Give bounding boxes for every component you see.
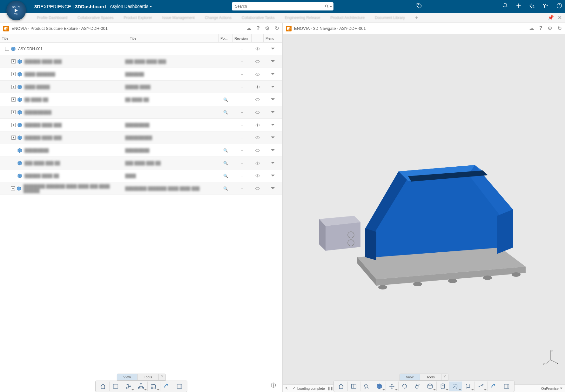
row-menu[interactable] (264, 131, 282, 144)
home-button[interactable] (97, 382, 110, 391)
row-menu[interactable] (264, 68, 282, 80)
visibility-toggle[interactable] (252, 106, 264, 118)
row-menu[interactable] (264, 106, 282, 118)
3d-viewer[interactable]: z x y (283, 34, 565, 384)
row-menu[interactable] (264, 144, 282, 156)
info-icon[interactable]: ⓘ (271, 382, 276, 389)
tab-tools[interactable]: Tools (138, 374, 159, 380)
visibility-toggle[interactable] (252, 169, 264, 182)
expander[interactable]: - (5, 47, 9, 51)
tab-view[interactable]: View (400, 374, 420, 380)
expander[interactable]: + (11, 110, 16, 114)
row-menu[interactable] (264, 81, 282, 93)
search-icon[interactable] (325, 3, 332, 10)
expander[interactable]: + (11, 97, 16, 102)
expand-icon[interactable]: ⋎ (159, 374, 165, 380)
visibility-toggle[interactable] (252, 182, 264, 195)
window-button[interactable] (500, 382, 513, 391)
visibility-toggle[interactable] (252, 81, 264, 93)
expander[interactable]: + (11, 59, 16, 63)
tree-row[interactable]: ███ ████ ███ █████ ████ ███ ██🔍- (0, 157, 282, 169)
tree-row[interactable]: +████████ ███████ ████ ████ ███ ████ ███… (0, 182, 282, 195)
col-title2[interactable]: ⎿Title (123, 34, 219, 42)
visibility-toggle[interactable] (252, 55, 264, 68)
search-3d-button[interactable] (360, 382, 373, 391)
visibility-toggle[interactable] (252, 157, 264, 169)
tab-add[interactable]: + (410, 13, 423, 23)
expander[interactable]: + (11, 136, 16, 140)
visibility-toggle[interactable] (252, 119, 264, 131)
cloud-icon[interactable] (529, 25, 534, 32)
gear-icon[interactable] (548, 25, 552, 32)
col-revision[interactable]: Revision (232, 34, 252, 42)
help-icon[interactable] (257, 25, 260, 32)
help-icon[interactable] (539, 25, 542, 32)
tree-row[interactable]: +████ ██████████████- (0, 68, 282, 81)
tree-row[interactable]: +██████ ████ ████████████- (0, 119, 282, 131)
share-icon[interactable] (529, 3, 535, 10)
apps-icon[interactable]: Y✦ (542, 2, 549, 11)
tree-button[interactable] (122, 382, 135, 391)
expander[interactable]: + (11, 186, 15, 190)
cloud-icon[interactable] (246, 25, 252, 32)
tab[interactable]: Profile Dashboard (32, 13, 72, 23)
help-icon[interactable]: ? (556, 3, 562, 10)
tree-row[interactable]: +████ ██████████ ████- (0, 81, 282, 93)
tab[interactable]: Change Actions (200, 13, 237, 23)
tree-row[interactable]: ██████ ████ ██████🔍- (0, 169, 282, 182)
visibility-toggle[interactable] (252, 144, 264, 156)
row-menu[interactable] (264, 182, 282, 195)
row-menu[interactable] (264, 55, 282, 68)
tab[interactable]: Collaborative Spaces (72, 13, 118, 23)
up-button[interactable] (488, 382, 500, 391)
cube-button[interactable] (373, 382, 386, 391)
expand-icon[interactable]: ⋎ (441, 374, 448, 380)
compass-button[interactable]: 3D Y V.R (6, 1, 26, 20)
tree-row[interactable]: +██████ ████ █████████████- (0, 131, 282, 144)
plane-button[interactable] (475, 382, 488, 391)
tag-icon[interactable] (416, 3, 422, 10)
expander[interactable]: + (11, 123, 16, 127)
expander[interactable]: + (11, 72, 16, 76)
window-button[interactable] (173, 382, 186, 391)
measure-button[interactable] (411, 382, 424, 391)
tree-row[interactable]: ██████████████████🔍- (0, 144, 282, 157)
pause-icon[interactable]: ❚❚ (327, 386, 333, 390)
explode-button[interactable] (462, 382, 475, 391)
row-menu[interactable] (264, 119, 282, 131)
visibility-toggle[interactable] (252, 131, 264, 144)
panel-button[interactable] (110, 382, 122, 391)
link-button[interactable] (148, 382, 160, 391)
tab[interactable]: Document Library (370, 13, 410, 23)
close-icon[interactable]: ✕ (558, 15, 562, 21)
hierarchy-button[interactable] (135, 382, 148, 391)
cylinder-button[interactable] (437, 382, 449, 391)
chevron-down-icon[interactable] (560, 388, 562, 389)
add-icon[interactable] (515, 3, 522, 10)
tree-row[interactable]: -ASY-DDH-001- (0, 43, 282, 55)
row-menu[interactable] (264, 157, 282, 169)
visibility-toggle[interactable] (252, 93, 264, 106)
refresh-icon[interactable] (557, 25, 562, 32)
tab-view[interactable]: View (117, 374, 138, 380)
visibility-toggle[interactable] (252, 43, 264, 55)
up-button[interactable] (160, 382, 173, 391)
rotate-button[interactable] (399, 382, 411, 391)
col-title[interactable]: Title (0, 34, 123, 42)
expander[interactable]: + (11, 85, 16, 89)
tab[interactable]: Issue Management (157, 13, 200, 23)
notification-icon[interactable] (502, 3, 508, 10)
box-button[interactable] (424, 382, 437, 391)
col-menu[interactable]: Menu (264, 34, 282, 42)
tab-tools[interactable]: Tools (420, 374, 441, 380)
pin-icon[interactable]: 📌 (548, 15, 554, 21)
tree-row[interactable]: +██████ ████ ██████ ████ ████ ███- (0, 55, 282, 68)
dashboard-select[interactable]: Asylon Dashboards (110, 4, 152, 9)
tree-row[interactable]: +██ ████ ████ ████ ██🔍- (0, 93, 282, 106)
search-input[interactable] (232, 2, 333, 10)
tab[interactable]: Engineering Release (280, 13, 325, 23)
row-menu[interactable] (264, 169, 282, 182)
col-visibility[interactable] (252, 34, 264, 42)
tab[interactable]: Product Explorer (118, 13, 157, 23)
move-button[interactable] (386, 382, 399, 391)
